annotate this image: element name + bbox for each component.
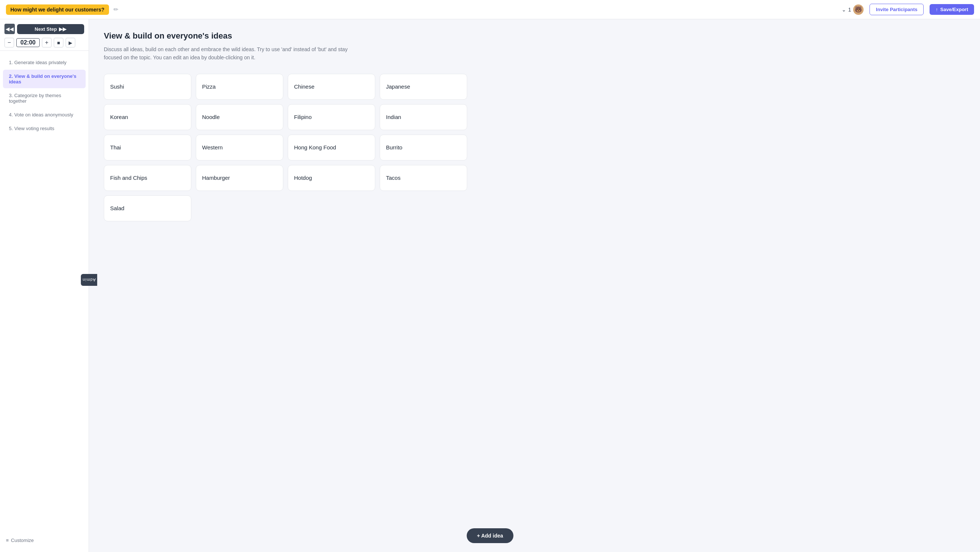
timer-increase-button[interactable]: + xyxy=(42,38,51,48)
idea-card-indian[interactable]: Indian xyxy=(380,104,467,130)
main-content: View & build on everyone's ideas Discuss… xyxy=(89,19,980,552)
idea-card-tacos[interactable]: Tacos xyxy=(380,165,467,191)
next-icon: ▶▶ xyxy=(59,26,66,32)
next-step-area: ◀◀ Next Step ▶▶ − 02:00 + ■ ▶ xyxy=(0,19,89,51)
idea-card-western[interactable]: Western xyxy=(196,135,283,161)
idea-card-burrito[interactable]: Burrito xyxy=(380,135,467,161)
timer-play-button[interactable]: ▶ xyxy=(66,38,75,48)
previous-step-button[interactable]: ◀◀ xyxy=(5,24,15,34)
idea-card-noodle[interactable]: Noodle xyxy=(196,104,283,130)
idea-card-hotdog[interactable]: Hotdog xyxy=(288,165,375,191)
idea-card-sushi[interactable]: Sushi xyxy=(104,74,191,100)
idea-card-fishchips[interactable]: Fish and Chips xyxy=(104,165,191,191)
sidebar-item-step1[interactable]: 1. Generate ideas privately xyxy=(3,56,86,69)
idea-card-korean[interactable]: Korean xyxy=(104,104,191,130)
topic-label[interactable]: How might we delight our customers? xyxy=(6,5,109,15)
timer-decrease-button[interactable]: − xyxy=(5,38,14,48)
timer-stop-button[interactable]: ■ xyxy=(54,38,64,48)
export-icon: ↑ xyxy=(935,7,938,12)
sidebar-item-step5[interactable]: 5. View voting results xyxy=(3,122,86,135)
invite-participants-button[interactable]: Invite Participants xyxy=(870,4,924,15)
customize-icon: ≡ xyxy=(6,538,9,543)
idea-card-salad[interactable]: Salad xyxy=(104,196,191,221)
page-title: View & build on everyone's ideas xyxy=(104,31,965,41)
layout: ◀◀ Next Step ▶▶ − 02:00 + ■ ▶ 1. Generat… xyxy=(0,19,980,552)
chevron-down-icon[interactable]: ⌄ xyxy=(842,7,846,13)
idea-card-filipino[interactable]: Filipino xyxy=(288,104,375,130)
sidebar: ◀◀ Next Step ▶▶ − 02:00 + ■ ▶ 1. Generat… xyxy=(0,19,89,552)
idea-card-japanese[interactable]: Japanese xyxy=(380,74,467,100)
topbar: How might we delight our customers? ✏ ⌄ … xyxy=(0,0,980,19)
timer-row: − 02:00 + ■ ▶ xyxy=(5,38,84,48)
add-idea-button[interactable]: + Add idea xyxy=(466,528,514,543)
sidebar-item-step4[interactable]: 4. Vote on ideas anonymously xyxy=(3,108,86,121)
idea-card-thai[interactable]: Thai xyxy=(104,135,191,161)
save-export-button[interactable]: ↑ Save/Export xyxy=(929,4,974,15)
participant-count: ⌄ 1 🐻 xyxy=(842,5,864,15)
timer-display: 02:00 xyxy=(16,38,40,47)
next-step-row: ◀◀ Next Step ▶▶ xyxy=(5,24,84,34)
sidebar-item-step2[interactable]: 2. View & build on everyone's ideas xyxy=(3,70,86,88)
ideas-grid: SushiPizzaChineseJapaneseKoreanNoodleFil… xyxy=(104,74,467,221)
page-description: Discuss all ideas, build on each other a… xyxy=(104,45,356,62)
customize-row[interactable]: ≡ Customize xyxy=(0,535,89,546)
sidebar-item-step3[interactable]: 3. Categorize by themes together xyxy=(3,89,86,108)
idea-card-chinese[interactable]: Chinese xyxy=(288,74,375,100)
idea-card-hongkong[interactable]: Hong Kong Food xyxy=(288,135,375,161)
idea-card-hamburger[interactable]: Hamburger xyxy=(196,165,283,191)
next-step-button[interactable]: Next Step ▶▶ xyxy=(17,24,84,34)
nav-steps: 1. Generate ideas privately2. View & bui… xyxy=(0,51,89,535)
idea-card-pizza[interactable]: Pizza xyxy=(196,74,283,100)
avatar: 🐻 xyxy=(853,5,864,15)
edit-icon[interactable]: ✏ xyxy=(113,6,118,13)
